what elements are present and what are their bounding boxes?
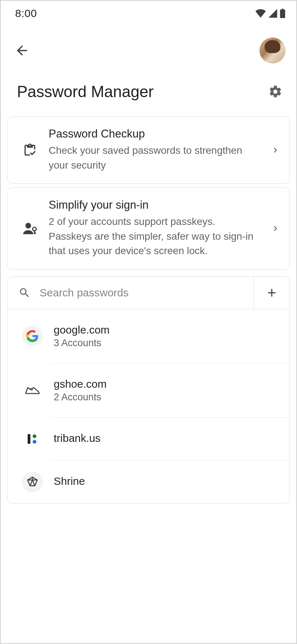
svg-rect-0 bbox=[280, 9, 285, 18]
search-area[interactable] bbox=[8, 277, 253, 309]
search-icon bbox=[18, 287, 31, 299]
battery-icon bbox=[280, 9, 285, 18]
title-row: Password Manager bbox=[1, 71, 296, 113]
wifi-icon bbox=[255, 9, 266, 18]
tribank-favicon bbox=[22, 428, 43, 449]
search-input[interactable] bbox=[40, 287, 243, 299]
password-entry-gshoe[interactable]: gshoe.com 2 Accounts bbox=[8, 364, 289, 417]
add-password-button[interactable] bbox=[253, 277, 289, 309]
clipboard-check-icon bbox=[22, 143, 38, 157]
entry-sub: 3 Accounts bbox=[54, 338, 279, 349]
passkeys-card[interactable]: Simplify your sign-in 2 of your accounts… bbox=[7, 187, 290, 270]
entry-site: google.com bbox=[54, 324, 279, 336]
shrine-favicon bbox=[22, 471, 43, 492]
passkeys-subtitle: 2 of your accounts support passkeys. Pas… bbox=[49, 214, 260, 258]
password-entry-tribank[interactable]: tribank.us bbox=[8, 418, 289, 460]
status-time: 8:00 bbox=[15, 7, 37, 19]
passkeys-title: Simplify your sign-in bbox=[49, 199, 260, 212]
svg-rect-8 bbox=[28, 434, 31, 444]
entry-sub: 2 Accounts bbox=[54, 392, 279, 403]
gear-icon bbox=[268, 84, 283, 99]
checkup-title: Password Checkup bbox=[49, 127, 260, 140]
app-bar bbox=[1, 23, 296, 71]
svg-point-2 bbox=[25, 223, 31, 229]
svg-rect-1 bbox=[282, 9, 284, 10]
password-entry-google[interactable]: google.com 3 Accounts bbox=[8, 309, 289, 363]
cellular-icon bbox=[268, 9, 278, 18]
shoe-favicon bbox=[22, 380, 43, 401]
password-checkup-card[interactable]: Password Checkup Check your saved passwo… bbox=[7, 116, 290, 184]
status-bar: 8:00 bbox=[1, 1, 296, 23]
person-key-icon bbox=[22, 221, 38, 236]
settings-button[interactable] bbox=[265, 82, 285, 102]
entry-site: Shrine bbox=[54, 475, 279, 487]
password-list: google.com 3 Accounts gshoe.com 2 Accoun… bbox=[7, 276, 290, 504]
status-icons bbox=[255, 9, 285, 18]
avatar[interactable] bbox=[260, 38, 285, 64]
password-entry-shrine[interactable]: Shrine bbox=[8, 461, 289, 503]
svg-rect-5 bbox=[34, 232, 36, 234]
page-title: Password Manager bbox=[17, 83, 154, 101]
plus-icon bbox=[265, 286, 278, 299]
google-favicon bbox=[22, 326, 43, 347]
back-button[interactable] bbox=[13, 42, 31, 59]
entry-site: tribank.us bbox=[54, 432, 279, 444]
checkup-subtitle: Check your saved passwords to strengthen… bbox=[49, 143, 260, 173]
entry-site: gshoe.com bbox=[54, 378, 279, 390]
search-row bbox=[8, 277, 289, 309]
svg-point-10 bbox=[32, 440, 36, 443]
svg-line-7 bbox=[31, 390, 33, 391]
svg-point-9 bbox=[32, 434, 36, 438]
chevron-right-icon bbox=[270, 145, 280, 155]
arrow-back-icon bbox=[14, 43, 30, 58]
chevron-right-icon bbox=[270, 223, 280, 234]
